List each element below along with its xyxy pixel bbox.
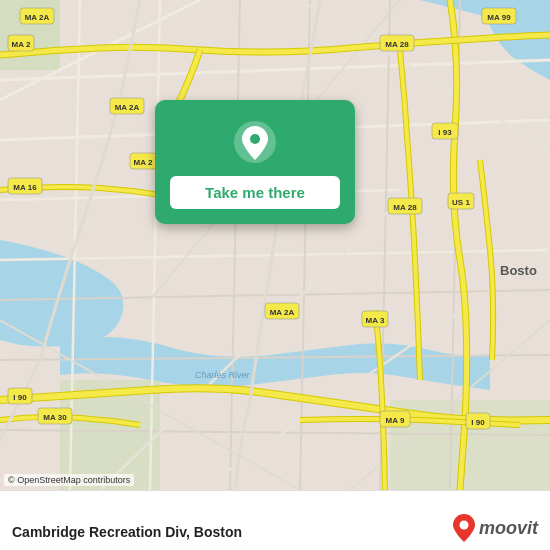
svg-text:MA 99: MA 99 <box>487 13 511 22</box>
svg-text:MA 9: MA 9 <box>386 416 405 425</box>
svg-text:MA 3: MA 3 <box>366 316 385 325</box>
map-attribution: © OpenStreetMap contributors <box>4 474 134 486</box>
svg-text:MA 2A: MA 2A <box>25 13 50 22</box>
svg-text:I 93: I 93 <box>438 128 452 137</box>
location-card: Take me there <box>155 100 355 224</box>
svg-text:MA 28: MA 28 <box>393 203 417 212</box>
svg-text:Bosto: Bosto <box>500 263 537 278</box>
location-pin-icon <box>233 120 277 164</box>
svg-text:I 90: I 90 <box>471 418 485 427</box>
bottom-bar: Cambridge Recreation Div, Boston moovit <box>0 490 550 550</box>
svg-text:MA 2: MA 2 <box>134 158 153 167</box>
svg-text:MA 28: MA 28 <box>385 40 409 49</box>
svg-text:MA 2A: MA 2A <box>115 103 140 112</box>
svg-text:MA 30: MA 30 <box>43 413 67 422</box>
svg-text:I 90: I 90 <box>13 393 27 402</box>
svg-text:MA 16: MA 16 <box>13 183 37 192</box>
moovit-pin-icon <box>453 514 475 542</box>
location-name: Cambridge Recreation Div, Boston <box>12 524 242 540</box>
moovit-brand-text: moovit <box>479 518 538 539</box>
svg-text:US 1: US 1 <box>452 198 470 207</box>
svg-text:MA 2A: MA 2A <box>270 308 295 317</box>
svg-point-59 <box>250 134 260 144</box>
map-container: Charles River MA 2A MA 99 MA 2 MA 28 MA … <box>0 0 550 490</box>
svg-text:Charles River: Charles River <box>195 370 251 380</box>
map-svg: Charles River MA 2A MA 99 MA 2 MA 28 MA … <box>0 0 550 490</box>
svg-text:MA 2: MA 2 <box>12 40 31 49</box>
take-me-there-button[interactable]: Take me there <box>170 176 340 209</box>
moovit-logo: moovit <box>453 514 538 542</box>
svg-point-60 <box>459 521 468 530</box>
